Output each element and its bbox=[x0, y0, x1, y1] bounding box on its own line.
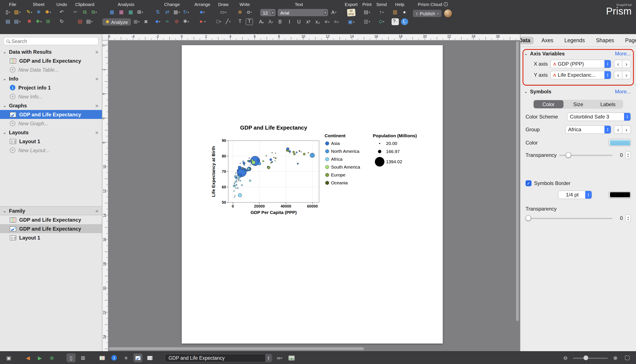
export-image-icon[interactable]: ▣▾ bbox=[348, 19, 355, 26]
x-axis-next-button[interactable]: › bbox=[622, 60, 631, 68]
pivot-icon[interactable]: ▦▾ bbox=[173, 9, 180, 16]
group-next-button[interactable]: › bbox=[622, 125, 631, 134]
tab-legends[interactable]: Legends bbox=[561, 37, 588, 44]
group-popup[interactable]: Africa ▴▾ bbox=[565, 125, 611, 134]
symbols-border-checkbox[interactable]: ✓ bbox=[525, 180, 531, 186]
zoom-slider-knob[interactable] bbox=[583, 355, 588, 360]
line-spacing-icon[interactable]: ≡▾ bbox=[333, 19, 340, 26]
guides-icon[interactable]: ▥ bbox=[391, 9, 399, 16]
interpolate-icon[interactable]: ≈ bbox=[164, 18, 171, 25]
superscript-icon[interactable]: x² bbox=[304, 19, 312, 26]
data-point[interactable] bbox=[239, 180, 241, 181]
new-sheet-icon[interactable]: ✚▾ bbox=[35, 18, 42, 25]
zoom-slider[interactable] bbox=[573, 355, 608, 361]
expand-icon[interactable]: » bbox=[95, 102, 98, 108]
segment-color[interactable]: Color bbox=[534, 100, 563, 108]
sidebar-item-new-info[interactable]: +New Info... bbox=[0, 92, 102, 101]
data-point[interactable] bbox=[273, 157, 274, 158]
disclosure-icon[interactable]: ⌄ bbox=[3, 103, 7, 108]
select-tool-icon[interactable]: ▭▾ bbox=[220, 9, 227, 16]
data-table-shortcut[interactable] bbox=[98, 353, 107, 362]
slider-knob[interactable] bbox=[525, 215, 531, 221]
horizontal-scroll-thumb[interactable] bbox=[108, 347, 364, 350]
data-point[interactable] bbox=[234, 176, 236, 177]
sidebar-item-layout-1[interactable]: Layout 1 bbox=[0, 137, 102, 146]
data-point[interactable] bbox=[310, 153, 314, 158]
data-point[interactable] bbox=[238, 178, 239, 180]
text-tool-icon[interactable]: T bbox=[236, 18, 243, 25]
data-point[interactable] bbox=[237, 174, 238, 176]
new-analysis-icon[interactable]: ⊞▾ bbox=[137, 9, 144, 16]
highlight-sheet-icon[interactable]: ✎▾ bbox=[26, 9, 33, 16]
forward-button[interactable]: ▶ bbox=[36, 353, 44, 362]
anova-analysis-icon[interactable]: ▦ bbox=[118, 9, 125, 16]
data-point[interactable] bbox=[238, 176, 240, 178]
layout-page[interactable]: 02000040000600005060708090GDP and Life E… bbox=[182, 45, 443, 344]
vertical-scroll-thumb[interactable] bbox=[516, 41, 519, 322]
line-tool-icon[interactable]: ╱▾ bbox=[224, 18, 232, 25]
tab-page[interactable]: Page bbox=[622, 37, 636, 44]
transparency-slider[interactable] bbox=[559, 152, 612, 158]
undo-icon[interactable]: ↶ bbox=[58, 9, 65, 16]
regression-analysis-icon[interactable]: ▦ bbox=[127, 9, 134, 16]
bring-forward-icon[interactable]: ■▾ bbox=[199, 9, 206, 16]
data-point[interactable] bbox=[233, 190, 235, 192]
underline-icon[interactable]: U bbox=[295, 19, 302, 26]
exclude-icon[interactable]: ⊘ bbox=[173, 18, 180, 25]
magic-wand-icon[interactable]: ✱▾ bbox=[44, 9, 52, 16]
sidebar-item-new-data-table[interactable]: +New Data Table... bbox=[0, 65, 102, 74]
expand-icon[interactable]: » bbox=[95, 208, 98, 214]
data-point[interactable] bbox=[235, 177, 237, 178]
delete-sheet-icon[interactable]: ✖ bbox=[26, 18, 33, 25]
border-width-popup[interactable]: 1/4 pt ▴▾ bbox=[558, 190, 592, 199]
axis-variables-more-link[interactable]: More... bbox=[615, 51, 631, 57]
copy-special-icon[interactable]: ⧉▾ bbox=[91, 9, 98, 16]
segment-size[interactable]: Size bbox=[563, 100, 593, 108]
tiff-bmp-icon[interactable]: tiff bmp bbox=[347, 9, 356, 16]
link-button[interactable]: ∞▾ bbox=[275, 353, 284, 362]
data-point[interactable] bbox=[299, 150, 300, 152]
section-header[interactable]: ⌄Info» bbox=[0, 74, 102, 83]
slider-knob[interactable] bbox=[566, 152, 571, 158]
disclosure-icon[interactable]: ⌄ bbox=[3, 130, 7, 134]
data-point[interactable] bbox=[275, 153, 276, 154]
data-point[interactable] bbox=[235, 188, 236, 188]
disclosure-icon[interactable]: ⌄ bbox=[524, 90, 527, 94]
data-point[interactable] bbox=[244, 169, 245, 170]
data-point[interactable] bbox=[234, 196, 235, 196]
border-transparency-stepper[interactable]: ▴▾ bbox=[625, 214, 631, 222]
data-point[interactable] bbox=[237, 188, 238, 189]
font-family-select[interactable]: Arial▾ bbox=[278, 9, 328, 16]
text-box-icon[interactable]: T bbox=[246, 18, 253, 25]
group-prev-button[interactable]: ‹ bbox=[614, 125, 622, 134]
data-point[interactable] bbox=[262, 160, 264, 162]
data-point[interactable] bbox=[249, 180, 251, 182]
sidebar-item-gdp-and-life-expectancy[interactable]: GDP and Life Expectancy bbox=[0, 110, 102, 119]
sidebar-item-layout-1[interactable]: Layout 1 bbox=[0, 233, 102, 242]
section-header[interactable]: ⌄Layouts» bbox=[0, 128, 102, 137]
data-point[interactable] bbox=[250, 160, 251, 161]
sidebar-item-new-graph[interactable]: +New Graph... bbox=[0, 119, 102, 128]
data-point[interactable] bbox=[286, 150, 288, 151]
print-options-icon[interactable]: ▥▾ bbox=[363, 18, 371, 25]
shape-tool-icon[interactable]: □▾ bbox=[215, 18, 222, 25]
italic-icon[interactable]: I bbox=[286, 19, 293, 26]
data-point[interactable] bbox=[236, 180, 237, 181]
border-transparency-slider[interactable] bbox=[525, 215, 612, 221]
data-point[interactable] bbox=[289, 152, 290, 153]
data-point[interactable] bbox=[275, 157, 276, 159]
help-question-icon[interactable]: ?▾ bbox=[391, 18, 399, 25]
sidebar-item-gdp-and-life-expectancy[interactable]: GDP and Life Expectancy bbox=[0, 224, 102, 233]
symbols-more-link[interactable]: More... bbox=[615, 89, 631, 94]
insert-object-icon[interactable]: ⊕ bbox=[236, 9, 243, 16]
cut-icon[interactable]: ✂ bbox=[72, 9, 79, 16]
data-point[interactable] bbox=[293, 151, 295, 153]
y-axis-prev-button[interactable]: ‹ bbox=[614, 71, 622, 79]
data-point[interactable] bbox=[272, 152, 272, 153]
open-file-icon[interactable]: ▨▾ bbox=[14, 9, 21, 16]
multi-page-view-button[interactable]: ⊞ bbox=[79, 353, 88, 362]
copy-icon[interactable]: ⧉ bbox=[81, 9, 89, 16]
disclosure-icon[interactable]: ⌄ bbox=[3, 50, 7, 54]
increase-font-icon[interactable]: A▴ bbox=[258, 19, 265, 26]
data-point[interactable] bbox=[237, 170, 238, 171]
